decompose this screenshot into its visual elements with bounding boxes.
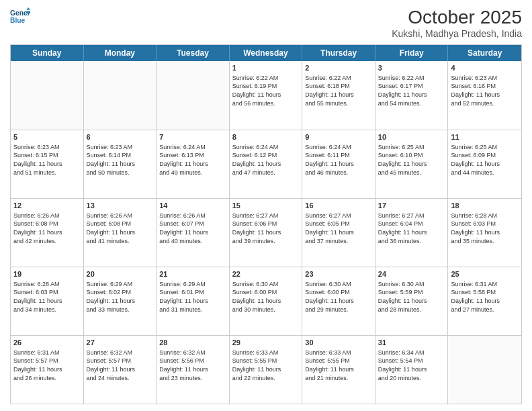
day-number: 18: [451, 201, 519, 211]
calendar-cell: 23Sunrise: 6:30 AM Sunset: 6:00 PM Dayli…: [302, 267, 375, 335]
calendar-cell: 16Sunrise: 6:27 AM Sunset: 6:05 PM Dayli…: [302, 199, 375, 267]
day-info: Sunrise: 6:23 AM Sunset: 6:15 PM Dayligh…: [13, 143, 81, 177]
calendar-cell: 24Sunrise: 6:30 AM Sunset: 5:59 PM Dayli…: [375, 267, 449, 335]
day-number: 29: [232, 338, 300, 348]
calendar-cell: 10Sunrise: 6:25 AM Sunset: 6:10 PM Dayli…: [375, 130, 449, 198]
day-number: 19: [13, 269, 81, 279]
calendar-cell: 11Sunrise: 6:25 AM Sunset: 6:09 PM Dayli…: [448, 130, 521, 198]
day-number: 30: [305, 338, 372, 348]
calendar-row: 19Sunrise: 6:28 AM Sunset: 6:03 PM Dayli…: [11, 267, 521, 335]
day-number: 6: [87, 132, 154, 142]
day-info: Sunrise: 6:33 AM Sunset: 5:55 PM Dayligh…: [305, 349, 372, 382]
day-header-monday: Monday: [84, 45, 157, 61]
day-info: Sunrise: 6:31 AM Sunset: 5:58 PM Dayligh…: [451, 280, 519, 314]
day-header-wednesday: Wednesday: [230, 45, 303, 61]
day-info: Sunrise: 6:30 AM Sunset: 6:00 PM Dayligh…: [232, 280, 300, 314]
calendar-cell: 21Sunrise: 6:29 AM Sunset: 6:01 PM Dayli…: [157, 267, 230, 335]
calendar-cell: 12Sunrise: 6:26 AM Sunset: 6:08 PM Dayli…: [11, 199, 84, 267]
page: General Blue October 2025 Kukshi, Madhya…: [0, 0, 532, 411]
day-number: 1: [232, 63, 300, 73]
day-number: 20: [87, 269, 154, 279]
calendar-cell: 14Sunrise: 6:26 AM Sunset: 6:07 PM Dayli…: [157, 199, 230, 267]
day-info: Sunrise: 6:32 AM Sunset: 5:56 PM Dayligh…: [159, 349, 226, 382]
calendar-cell: [11, 61, 84, 130]
calendar-cell: 3Sunrise: 6:22 AM Sunset: 6:17 PM Daylig…: [375, 61, 449, 130]
day-number: 24: [378, 269, 445, 279]
day-number: 21: [159, 269, 226, 279]
day-number: 4: [451, 63, 519, 73]
day-number: 11: [451, 132, 519, 142]
day-number: 3: [378, 63, 445, 73]
day-info: Sunrise: 6:34 AM Sunset: 5:54 PM Dayligh…: [378, 349, 445, 382]
day-number: 31: [378, 338, 445, 348]
day-header-saturday: Saturday: [448, 45, 521, 61]
calendar-cell: 2Sunrise: 6:22 AM Sunset: 6:18 PM Daylig…: [302, 61, 375, 130]
day-number: 9: [305, 132, 372, 142]
day-number: 15: [232, 201, 300, 211]
day-header-friday: Friday: [375, 45, 449, 61]
day-number: 23: [305, 269, 372, 279]
logo-icon: General Blue: [10, 7, 30, 26]
calendar-cell: [448, 336, 521, 404]
calendar-cell: 29Sunrise: 6:33 AM Sunset: 5:55 PM Dayli…: [230, 336, 303, 404]
day-info: Sunrise: 6:22 AM Sunset: 6:19 PM Dayligh…: [232, 74, 300, 107]
day-number: 22: [232, 269, 300, 279]
calendar-cell: 25Sunrise: 6:31 AM Sunset: 5:58 PM Dayli…: [448, 267, 521, 335]
svg-marker-3: [26, 11, 30, 14]
day-info: Sunrise: 6:28 AM Sunset: 6:03 PM Dayligh…: [451, 212, 519, 245]
calendar-cell: 28Sunrise: 6:32 AM Sunset: 5:56 PM Dayli…: [157, 336, 230, 404]
day-number: 17: [378, 201, 445, 211]
day-number: 16: [305, 201, 372, 211]
day-info: Sunrise: 6:26 AM Sunset: 6:07 PM Dayligh…: [159, 212, 226, 245]
day-number: 8: [232, 132, 300, 142]
calendar-cell: 8Sunrise: 6:24 AM Sunset: 6:12 PM Daylig…: [230, 130, 303, 198]
calendar-header: SundayMondayTuesdayWednesdayThursdayFrid…: [11, 45, 521, 61]
day-number: 26: [13, 338, 81, 348]
calendar-cell: 20Sunrise: 6:29 AM Sunset: 6:02 PM Dayli…: [84, 267, 157, 335]
calendar-cell: 1Sunrise: 6:22 AM Sunset: 6:19 PM Daylig…: [230, 61, 303, 130]
calendar-row: 26Sunrise: 6:31 AM Sunset: 5:57 PM Dayli…: [11, 335, 521, 404]
calendar: SundayMondayTuesdayWednesdayThursdayFrid…: [10, 44, 522, 404]
day-info: Sunrise: 6:22 AM Sunset: 6:17 PM Dayligh…: [378, 74, 445, 107]
calendar-cell: 18Sunrise: 6:28 AM Sunset: 6:03 PM Dayli…: [448, 199, 521, 267]
calendar-row: 1Sunrise: 6:22 AM Sunset: 6:19 PM Daylig…: [11, 61, 521, 130]
calendar-cell: [84, 61, 157, 130]
calendar-cell: 4Sunrise: 6:23 AM Sunset: 6:16 PM Daylig…: [448, 61, 521, 130]
calendar-cell: 7Sunrise: 6:24 AM Sunset: 6:13 PM Daylig…: [157, 130, 230, 198]
day-info: Sunrise: 6:27 AM Sunset: 6:04 PM Dayligh…: [378, 212, 445, 245]
day-info: Sunrise: 6:31 AM Sunset: 5:57 PM Dayligh…: [13, 349, 81, 382]
day-info: Sunrise: 6:22 AM Sunset: 6:18 PM Dayligh…: [305, 74, 372, 107]
calendar-cell: 15Sunrise: 6:27 AM Sunset: 6:06 PM Dayli…: [230, 199, 303, 267]
calendar-cell: 6Sunrise: 6:23 AM Sunset: 6:14 PM Daylig…: [84, 130, 157, 198]
day-info: Sunrise: 6:32 AM Sunset: 5:57 PM Dayligh…: [87, 349, 154, 382]
day-info: Sunrise: 6:24 AM Sunset: 6:13 PM Dayligh…: [159, 143, 226, 177]
calendar-cell: 27Sunrise: 6:32 AM Sunset: 5:57 PM Dayli…: [84, 336, 157, 404]
logo: General Blue: [10, 7, 30, 26]
day-info: Sunrise: 6:29 AM Sunset: 6:01 PM Dayligh…: [159, 280, 226, 314]
day-number: 14: [159, 201, 226, 211]
calendar-cell: 30Sunrise: 6:33 AM Sunset: 5:55 PM Dayli…: [302, 336, 375, 404]
day-header-sunday: Sunday: [11, 45, 84, 61]
day-number: 2: [305, 63, 372, 73]
day-number: 27: [87, 338, 154, 348]
day-info: Sunrise: 6:24 AM Sunset: 6:12 PM Dayligh…: [232, 143, 300, 177]
calendar-cell: 17Sunrise: 6:27 AM Sunset: 6:04 PM Dayli…: [375, 199, 449, 267]
calendar-cell: 5Sunrise: 6:23 AM Sunset: 6:15 PM Daylig…: [11, 130, 84, 198]
day-number: 28: [159, 338, 226, 348]
calendar-cell: [157, 61, 230, 130]
day-info: Sunrise: 6:24 AM Sunset: 6:11 PM Dayligh…: [305, 143, 372, 177]
calendar-cell: 13Sunrise: 6:26 AM Sunset: 6:08 PM Dayli…: [84, 199, 157, 267]
day-number: 7: [159, 132, 226, 142]
day-number: 13: [87, 201, 154, 211]
day-number: 10: [378, 132, 445, 142]
day-header-tuesday: Tuesday: [157, 45, 230, 61]
calendar-cell: 26Sunrise: 6:31 AM Sunset: 5:57 PM Dayli…: [11, 336, 84, 404]
calendar-cell: 22Sunrise: 6:30 AM Sunset: 6:00 PM Dayli…: [230, 267, 303, 335]
calendar-body: 1Sunrise: 6:22 AM Sunset: 6:19 PM Daylig…: [11, 61, 521, 404]
calendar-cell: 19Sunrise: 6:28 AM Sunset: 6:03 PM Dayli…: [11, 267, 84, 335]
day-header-thursday: Thursday: [302, 45, 375, 61]
day-info: Sunrise: 6:27 AM Sunset: 6:06 PM Dayligh…: [232, 212, 300, 245]
svg-text:Blue: Blue: [10, 17, 26, 24]
day-info: Sunrise: 6:25 AM Sunset: 6:09 PM Dayligh…: [451, 143, 519, 177]
calendar-row: 12Sunrise: 6:26 AM Sunset: 6:08 PM Dayli…: [11, 198, 521, 267]
